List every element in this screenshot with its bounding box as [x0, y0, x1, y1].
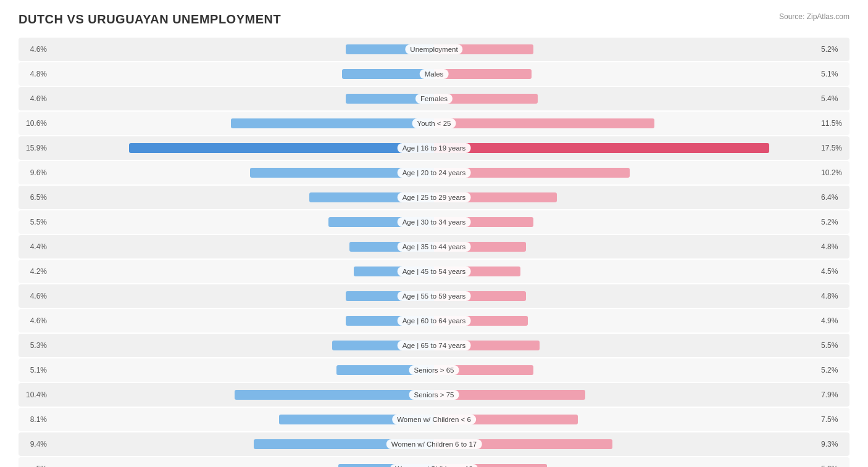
row-wrapper: 9.4% Women w/ Children 6 to 17 9.3% — [19, 434, 849, 454]
left-value: 5.1% — [19, 366, 51, 374]
dutch-bar — [336, 365, 434, 375]
right-bar-container — [434, 115, 817, 132]
right-value: 4.5% — [817, 267, 849, 276]
row-wrapper: 4.6% Age | 60 to 64 years 4.9% — [19, 311, 849, 331]
dutch-bar — [235, 390, 434, 400]
uruguayan-bar — [434, 242, 526, 252]
bars-center: Seniors > 75 — [51, 386, 817, 403]
right-bar-container — [434, 386, 817, 403]
uruguayan-bar — [434, 316, 528, 326]
left-value: 4.4% — [19, 242, 51, 251]
left-bar-container — [51, 386, 434, 403]
bar-row: 4.6% Age | 55 to 59 years 4.8% — [19, 284, 849, 308]
dutch-bar — [342, 69, 434, 79]
bar-row: 4.6% Age | 60 to 64 years 4.9% — [19, 309, 849, 333]
bar-row: 5.5% Age | 30 to 34 years 5.2% — [19, 210, 849, 234]
left-value: 4.6% — [19, 292, 51, 300]
uruguayan-bar — [434, 390, 585, 400]
uruguayan-bar — [434, 192, 557, 202]
right-value: 7.5% — [817, 415, 849, 424]
bars-center: Seniors > 65 — [51, 362, 817, 379]
left-value: 4.2% — [19, 267, 51, 276]
left-bar-container — [51, 189, 434, 206]
right-value: 4.9% — [817, 316, 849, 325]
dutch-bar — [129, 143, 434, 153]
uruguayan-bar — [434, 464, 547, 467]
left-bar-container — [51, 337, 434, 354]
right-bar-container — [434, 90, 817, 107]
left-value: 5.5% — [19, 218, 51, 226]
right-value: 10.2% — [817, 168, 849, 177]
dutch-bar — [349, 242, 434, 252]
bars-center: Age | 16 to 19 years — [51, 139, 817, 157]
bar-row: 4.6% Females 5.4% — [19, 87, 849, 110]
right-value: 5.2% — [817, 366, 849, 374]
uruguayan-bar — [434, 217, 533, 227]
bars-center: Age | 30 to 34 years — [51, 213, 817, 231]
left-value: 4.8% — [19, 70, 51, 78]
row-wrapper: 15.9% Age | 16 to 19 years 17.5% — [19, 138, 849, 158]
row-wrapper: 10.4% Seniors > 75 7.9% — [19, 385, 849, 405]
uruguayan-bar — [434, 415, 578, 424]
bar-row: 4.6% Unemployment 5.2% — [19, 38, 849, 61]
right-value: 5.2% — [817, 218, 849, 226]
right-value: 5.2% — [817, 45, 849, 54]
left-value: 4.6% — [19, 94, 51, 103]
left-bar-container — [51, 164, 434, 181]
left-value: 4.6% — [19, 45, 51, 54]
right-bar-container — [434, 238, 817, 255]
right-bar-container — [434, 362, 817, 379]
uruguayan-bar — [434, 69, 532, 79]
right-value: 7.9% — [817, 391, 849, 399]
right-bar-container — [434, 436, 817, 453]
left-value: 5% — [19, 465, 51, 467]
bar-row: 5.3% Age | 65 to 74 years 5.5% — [19, 334, 849, 357]
dutch-bar — [309, 192, 434, 202]
right-bar-container — [434, 287, 817, 305]
dutch-bar — [250, 168, 434, 178]
uruguayan-bar — [434, 341, 540, 350]
right-bar-container — [434, 213, 817, 231]
bars-center: Age | 25 to 29 years — [51, 189, 817, 206]
row-wrapper: 5.1% Seniors > 65 5.2% — [19, 360, 849, 380]
dutch-bar — [332, 341, 434, 350]
left-bar-container — [51, 263, 434, 280]
right-bar-container — [434, 189, 817, 206]
right-bar-container — [434, 41, 817, 58]
dutch-bar — [279, 415, 435, 424]
dutch-bar — [346, 316, 434, 326]
uruguayan-bar — [434, 94, 538, 104]
row-wrapper: 4.6% Females 5.4% — [19, 89, 849, 109]
row-wrapper: 8.1% Women w/ Children < 6 7.5% — [19, 410, 849, 429]
right-value: 5.5% — [817, 341, 849, 350]
left-value: 10.6% — [19, 119, 51, 128]
row-wrapper: 4.2% Age | 45 to 54 years 4.5% — [19, 262, 849, 281]
left-value: 6.5% — [19, 193, 51, 202]
row-wrapper: 4.6% Age | 55 to 59 years 4.8% — [19, 286, 849, 306]
dutch-bar — [346, 44, 434, 54]
right-value: 11.5% — [817, 119, 849, 128]
row-wrapper: 10.6% Youth < 25 11.5% — [19, 114, 849, 133]
dutch-bar — [254, 439, 434, 449]
bar-row: 15.9% Age | 16 to 19 years 17.5% — [19, 136, 849, 160]
uruguayan-bar — [434, 267, 520, 276]
row-wrapper: 4.4% Age | 35 to 44 years 4.8% — [19, 237, 849, 257]
left-value: 9.6% — [19, 168, 51, 177]
bars-center: Age | 60 to 64 years — [51, 312, 817, 329]
left-value: 5.3% — [19, 341, 51, 350]
right-bar-container — [434, 312, 817, 329]
dutch-bar — [354, 267, 434, 276]
left-bar-container — [51, 287, 434, 305]
bar-row: 6.5% Age | 25 to 29 years 6.4% — [19, 186, 849, 209]
dutch-bar — [338, 464, 434, 467]
chart-area: 4.6% Unemployment 5.2% 4.8% — [19, 38, 849, 467]
bar-row: 10.4% Seniors > 75 7.9% — [19, 383, 849, 407]
left-bar-container — [51, 65, 434, 83]
row-wrapper: 5.5% Age | 30 to 34 years 5.2% — [19, 212, 849, 232]
chart-header: Dutch vs Uruguayan Unemployment Source: … — [19, 12, 849, 27]
row-wrapper: 5.3% Age | 65 to 74 years 5.5% — [19, 336, 849, 355]
left-bar-container — [51, 139, 434, 157]
uruguayan-bar — [434, 365, 533, 375]
dutch-bar — [346, 291, 434, 301]
row-wrapper: 6.5% Age | 25 to 29 years 6.4% — [19, 188, 849, 207]
